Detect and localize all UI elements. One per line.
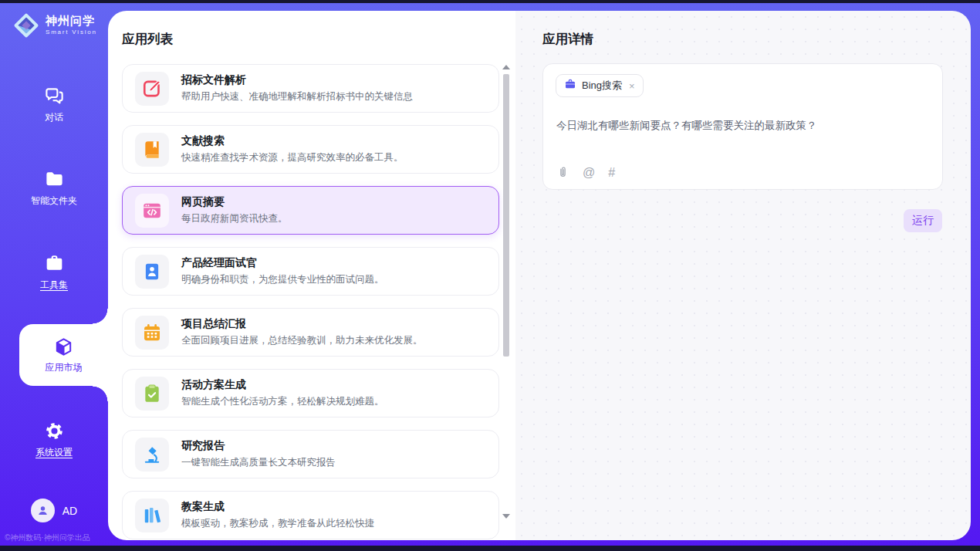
user-initials: AD [63,505,77,517]
tool-chip[interactable]: Bing搜索 × [556,74,644,97]
toolbox-icon [44,253,65,274]
chip-close-icon[interactable]: × [629,80,635,92]
prompt-card: Bing搜索 × 今日湖北有哪些新闻要点？有哪些需要关注的最新政策？ @# [542,63,943,190]
run-button[interactable]: 运行 [904,209,942,232]
app-description: 明确身份和职责，为您提供专业性的面试问题。 [181,273,384,286]
app-list-item[interactable]: 项目总结汇报 全面回顾项目进展，总结经验教训，助力未来优化发展。 [122,308,499,357]
app-description: 帮助用户快速、准确地理解和解析招标书中的关键信息 [181,90,413,103]
tool-chip-label: Bing搜索 [582,79,622,93]
browser-code-icon [142,201,162,221]
sidebar-item-label: 工具集 [40,279,68,292]
app-list-item[interactable]: 教案生成 模板驱动，教案秒成，教学准备从此轻松快捷 [122,491,499,539]
app-title: 招标文件解析 [181,73,413,87]
brand-logo: 神州问学 Smart Vision [12,12,97,39]
app-list-panel: 应用列表 招标文件解析 帮助用户快速、准确地理解和解析招标书中的关键信息 文献搜… [108,11,515,540]
app-icon-box [135,438,169,472]
app-description: 一键智能生成高质量长文本研究报告 [181,456,336,469]
brand-name: 神州问学 [46,15,97,28]
app-icon-box [135,316,169,350]
app-icon-box [135,377,169,411]
books-icon [142,505,162,526]
app-title: 项目总结汇报 [181,317,423,331]
sidebar-item-toolbox[interactable]: 工具集 [0,253,108,292]
gear-icon [44,421,65,441]
person-icon [35,503,50,518]
app-description: 快速精准查找学术资源，提高研究效率的必备工具。 [181,151,404,164]
app-list-item[interactable]: 活动方案生成 智能生成个性化活动方案，轻松解决规划难题。 [122,369,499,417]
hash-icon[interactable]: # [608,167,615,179]
cube-icon [53,336,74,357]
chat-icon [44,86,65,106]
paperclip-icon[interactable] [556,166,569,179]
app-icon-box [135,72,169,106]
app-title: 研究报告 [181,439,336,453]
app-description: 智能生成个性化活动方案，轻松解决规划难题。 [181,395,384,408]
app-list-title: 应用列表 [122,31,173,48]
app-description: 模板驱动，教案秒成，教学准备从此轻松快捷 [181,517,374,530]
sidebar-item-label: 系统设置 [35,446,73,459]
interview-icon [142,262,162,282]
book-icon [142,140,162,160]
scrollbar-down-arrow-icon[interactable] [502,514,510,519]
app-list: 招标文件解析 帮助用户快速、准确地理解和解析招标书中的关键信息 文献搜索 快速精… [122,64,499,540]
app-title: 网页摘要 [181,195,288,209]
app-icon-box [135,133,169,167]
app-description: 每日政府新闻资讯快查。 [181,212,288,225]
mention-icon[interactable]: @ [583,167,595,179]
copyright-footer: ©神州数码·神州问学出品 [5,532,108,543]
content-area: 应用列表 招标文件解析 帮助用户快速、准确地理解和解析招标书中的关键信息 文献搜… [108,11,971,540]
app-title: 活动方案生成 [181,378,384,392]
app-list-item[interactable]: 网页摘要 每日政府新闻资讯快查。 [122,186,499,235]
sidebar-item-gear[interactable]: 系统设置 [0,421,108,459]
sidebar-item-chat[interactable]: 对话 [0,86,108,124]
brand-logo-icon [12,12,40,39]
app-detail-title: 应用详情 [542,31,593,48]
brand-subtitle: Smart Vision [46,29,97,36]
sidebar-item-label: 智能文件夹 [31,194,77,208]
app-title: 文献搜索 [181,134,404,148]
top-edge-bar [0,0,980,3]
folder-icon [44,169,65,190]
app-title: 教案生成 [181,500,374,514]
app-icon-box [135,194,169,228]
app-list-item[interactable]: 文献搜索 快速精准查找学术资源，提高研究效率的必备工具。 [122,125,499,174]
app-detail-panel: 应用详情 Bing搜索 × 今日湖北有哪些新闻要点？有哪些需要关注的最新政策？ … [515,11,971,540]
sidebar-item-cube[interactable]: 应用市场 [19,324,108,386]
app-description: 全面回顾项目进展，总结经验教训，助力未来优化发展。 [181,334,423,347]
sidebar-item-label: 应用市场 [46,361,83,374]
microscope-icon [142,445,162,465]
calendar-icon [142,323,162,343]
avatar [31,499,55,522]
bottom-edge-bar [0,546,980,551]
app-icon-box [135,255,169,289]
sidebar: 神州问学 Smart Vision 对话 智能文件夹 工具集 应用市场 系统设置… [0,0,108,551]
app-icon-box [135,499,169,532]
app-list-item[interactable]: 招标文件解析 帮助用户快速、准确地理解和解析招标书中的关键信息 [122,64,499,113]
app-list-item[interactable]: 产品经理面试官 明确身份和职责，为您提供专业性的面试问题。 [122,247,499,296]
scrollbar-up-arrow-icon[interactable] [502,65,510,69]
prompt-text[interactable]: 今日湖北有哪些新闻要点？有哪些需要关注的最新政策？ [556,118,930,134]
user-account[interactable]: AD [0,499,108,522]
pen-square-icon [142,79,162,99]
scrollbar-thumb[interactable] [503,74,509,357]
clipboard-check-icon [142,384,162,404]
app-title: 产品经理面试官 [181,256,384,270]
composer-toolbar: @# [556,166,615,179]
sidebar-item-label: 对话 [45,111,63,124]
briefcase-icon [564,78,576,93]
sidebar-item-folder[interactable]: 智能文件夹 [0,169,108,208]
app-list-item[interactable]: 研究报告 一键智能生成高质量长文本研究报告 [122,430,499,478]
